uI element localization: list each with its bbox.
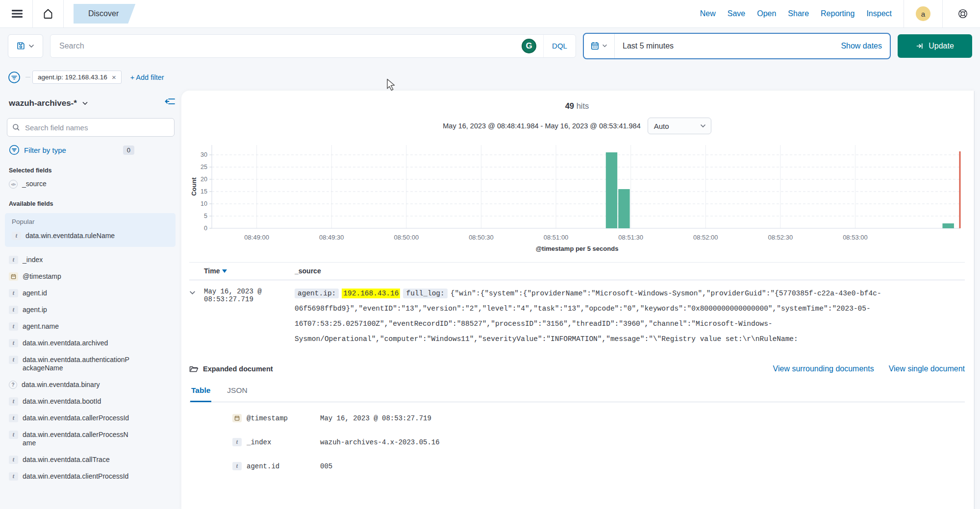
- avatar[interactable]: a: [916, 6, 930, 21]
- highlighted-value: 192.168.43.16: [342, 289, 400, 298]
- histogram-bar[interactable]: [618, 189, 629, 228]
- histogram-chart[interactable]: 08:49:0008:49:3008:50:0008:50:3008:51:00…: [189, 140, 965, 244]
- menu-icon[interactable]: [9, 5, 25, 22]
- string-field-icon: t: [9, 397, 18, 406]
- filter-menu-icon[interactable]: [7, 70, 22, 85]
- query-bar: G DQL Last 5 minutes Show dates Update: [0, 28, 980, 64]
- filter-pill-agent-ip[interactable]: agent.ip: 192.168.43.16 ×: [32, 71, 122, 84]
- y-axis-title: Count: [190, 177, 198, 196]
- sidebar-field-data.win.eventdata.callerProcessName[interactable]: tdata.win.eventdata.callerProcessName: [7, 431, 175, 447]
- grammarly-icon[interactable]: G: [522, 39, 536, 53]
- workspace: wazuh-archives-* Filter by type 0 Select…: [0, 91, 980, 509]
- saved-query-button[interactable]: [8, 34, 43, 58]
- x-tick-label: 08:53:00: [843, 234, 868, 241]
- nav-link-share[interactable]: Share: [788, 9, 809, 18]
- top-bar-left: Discover: [9, 0, 135, 27]
- search-input[interactable]: [58, 41, 522, 51]
- popular-fields-block: Popular tdata.win.eventdata.ruleName: [5, 213, 176, 247]
- divider: [63, 0, 64, 28]
- expander-column: [189, 267, 204, 275]
- sidebar-field-_index[interactable]: t_index: [7, 256, 175, 264]
- filter-by-type-label: Filter by type: [24, 146, 66, 154]
- sidebar-field-@timestamp[interactable]: @timestamp: [7, 272, 175, 281]
- doc-field-value: 005: [320, 462, 332, 470]
- field-search-input[interactable]: [24, 123, 169, 132]
- sidebar-field-agent.id[interactable]: tagent.id: [7, 289, 175, 297]
- detail-tabs: Table JSON: [189, 386, 965, 402]
- doc-field-name: agent.id: [247, 462, 320, 470]
- interval-select-value: Auto: [654, 122, 669, 130]
- string-field-icon: t: [9, 256, 18, 264]
- x-tick-label: 08:51:00: [544, 234, 569, 241]
- x-tick-label: 08:49:30: [319, 234, 344, 241]
- sidebar-field-data.win.eventdata.bootId[interactable]: tdata.win.eventdata.bootId: [7, 397, 175, 406]
- query-language-button[interactable]: DQL: [543, 35, 576, 57]
- sidebar-field-agent.ip[interactable]: tagent.ip: [7, 306, 175, 314]
- sidebar-field-data.win.eventdata.callTrace[interactable]: tdata.win.eventdata.callTrace: [7, 456, 175, 464]
- hits-label: hits: [577, 101, 589, 110]
- document-source: agent.ip:192.168.43.16full_log:{"win":{"…: [295, 286, 965, 347]
- index-pattern-switcher[interactable]: wazuh-archives-*: [7, 98, 175, 108]
- doc-detail-rows: @timestampMay 16, 2023 @ 08:53:27.719t_i…: [189, 406, 965, 478]
- field-list: t_index@timestamptagent.idtagent.iptagen…: [7, 250, 175, 481]
- y-tick-label: 5: [204, 213, 207, 219]
- field-label-badge: full_log:: [403, 289, 447, 298]
- nav-link-new[interactable]: New: [700, 9, 716, 18]
- expanded-document-header: Expanded document View surrounding docum…: [189, 364, 965, 373]
- view-single-document-link[interactable]: View single document: [889, 364, 965, 373]
- x-tick-label: 08:49:00: [244, 234, 269, 241]
- interval-select[interactable]: Auto: [648, 118, 711, 134]
- view-surrounding-documents-link[interactable]: View surrounding documents: [773, 364, 874, 373]
- sidebar-field-data.win.eventdata.archived[interactable]: tdata.win.eventdata.archived: [7, 339, 175, 347]
- field-name: data.win.eventdata.ruleName: [25, 232, 115, 240]
- filter-by-type[interactable]: Filter by type 0: [7, 145, 134, 155]
- sidebar-field-data.win.eventdata.ruleName[interactable]: tdata.win.eventdata.ruleName: [9, 232, 172, 240]
- update-button[interactable]: Update: [898, 34, 972, 58]
- y-tick-label: 30: [201, 151, 207, 158]
- x-tick-label: 08:51:30: [618, 234, 643, 241]
- doc-field-row-@timestamp: @timestampMay 16, 2023 @ 08:53:27.719: [189, 406, 965, 430]
- string-field-icon: t: [12, 232, 21, 240]
- histogram-bar[interactable]: [606, 152, 617, 228]
- field-name: data.win.eventdata.binary: [22, 381, 100, 389]
- nav-link-inspect[interactable]: Inspect: [866, 9, 892, 18]
- show-dates-link[interactable]: Show dates: [841, 42, 890, 50]
- available-fields-heading: Available fields: [7, 200, 175, 207]
- expanded-document-title: Expanded document: [203, 365, 273, 373]
- sidebar-field-data.win.eventdata.clientProcessId[interactable]: tdata.win.eventdata.clientProcessId: [7, 472, 175, 481]
- add-filter-link[interactable]: + Add filter: [130, 73, 164, 81]
- sidebar-field-agent.name[interactable]: tagent.name: [7, 322, 175, 331]
- search-icon: [12, 123, 20, 131]
- chevron-down-icon: [602, 44, 607, 48]
- remove-filter-icon[interactable]: ×: [112, 73, 116, 81]
- home-icon[interactable]: [40, 5, 56, 22]
- discover-page: Discover NewSaveOpenShareReportingInspec…: [0, 0, 980, 509]
- tab-discover[interactable]: Discover: [74, 4, 135, 24]
- date-picker-quick-menu[interactable]: [584, 34, 615, 58]
- sidebar-field-data.win.eventdata.binary[interactable]: ?data.win.eventdata.binary: [7, 381, 175, 389]
- string-field-icon: t: [9, 431, 18, 439]
- update-button-label: Update: [929, 42, 954, 50]
- field-name: _source: [22, 180, 47, 188]
- sidebar-field-data.win.eventdata.authenticationPackageName[interactable]: tdata.win.eventdata.authenticationPackag…: [7, 356, 175, 372]
- field-name: @timestamp: [23, 272, 61, 281]
- field-name: _index: [23, 256, 43, 264]
- field-search-box: [7, 118, 175, 137]
- scrollbar-track[interactable]: [974, 91, 975, 509]
- histogram-bar[interactable]: [942, 223, 954, 228]
- collapse-sidebar-icon[interactable]: [165, 97, 176, 107]
- nav-link-reporting[interactable]: Reporting: [821, 9, 854, 18]
- sidebar-field-data.win.eventdata.callerProcessId[interactable]: tdata.win.eventdata.callerProcessId: [7, 414, 175, 422]
- time-range-value[interactable]: Last 5 minutes: [615, 42, 674, 50]
- help-icon[interactable]: [955, 5, 971, 22]
- tab-json[interactable]: JSON: [226, 386, 248, 402]
- collapse-row-icon[interactable]: [189, 286, 204, 347]
- nav-link-save[interactable]: Save: [728, 9, 745, 18]
- field-name: agent.ip: [23, 306, 47, 314]
- nav-link-open[interactable]: Open: [757, 9, 776, 18]
- time-column-header[interactable]: Time: [204, 267, 295, 275]
- save-icon: [17, 42, 25, 50]
- string-field-icon: t: [9, 289, 18, 297]
- tab-table[interactable]: Table: [190, 386, 211, 402]
- sidebar-field-_source[interactable]: </> _source: [7, 180, 175, 189]
